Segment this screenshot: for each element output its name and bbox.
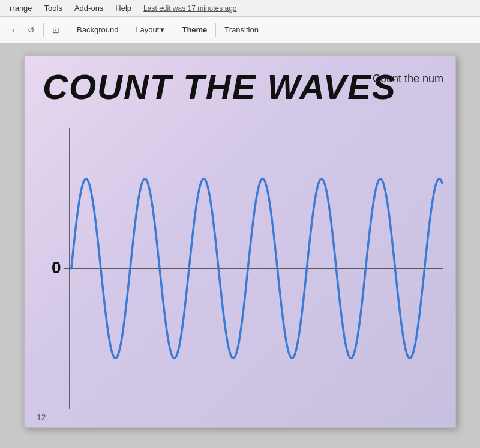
theme-button[interactable]: Theme — [177, 23, 212, 37]
wave-svg: 0 — [37, 122, 443, 415]
layout-arrow: ▾ — [160, 25, 164, 34]
back-button[interactable]: ‹ — [5, 22, 22, 38]
toolbar-divider-3 — [127, 23, 127, 37]
menu-addons[interactable]: Add-ons — [70, 2, 108, 14]
toolbar-divider-5 — [215, 23, 216, 37]
svg-text:0: 0 — [52, 258, 61, 277]
last-edit-label: Last edit was 17 minutes ago — [143, 4, 236, 13]
menu-bar: rrange Tools Add-ons Help Last edit was … — [0, 0, 480, 17]
redo-button[interactable]: ↺ — [23, 22, 40, 38]
toolbar-divider-4 — [173, 23, 173, 37]
slide-area: COUNT THE WAVES Count the num 0 12 — [0, 43, 480, 448]
toolbar: ‹ ↺ ⊡ Background Layout ▾ Theme Transiti… — [0, 17, 480, 43]
background-button[interactable]: Background — [72, 23, 123, 37]
wave-chart: 0 — [37, 122, 443, 415]
toolbar-divider-2 — [68, 23, 68, 37]
layout-button[interactable]: Layout ▾ — [131, 23, 169, 37]
transition-button[interactable]: Transition — [220, 23, 263, 37]
menu-arrange[interactable]: rrange — [5, 2, 37, 14]
slide-number: 12 — [37, 413, 46, 422]
toolbar-divider-1 — [43, 23, 44, 37]
layout-label: Layout — [136, 25, 159, 34]
slide[interactable]: COUNT THE WAVES Count the num 0 12 — [24, 55, 456, 428]
present-button[interactable]: ⊡ — [47, 22, 64, 38]
menu-help[interactable]: Help — [110, 2, 136, 14]
menu-tools[interactable]: Tools — [40, 2, 67, 14]
slide-subtitle: Count the num — [373, 73, 443, 85]
slide-title: COUNT THE WAVES — [43, 67, 397, 107]
